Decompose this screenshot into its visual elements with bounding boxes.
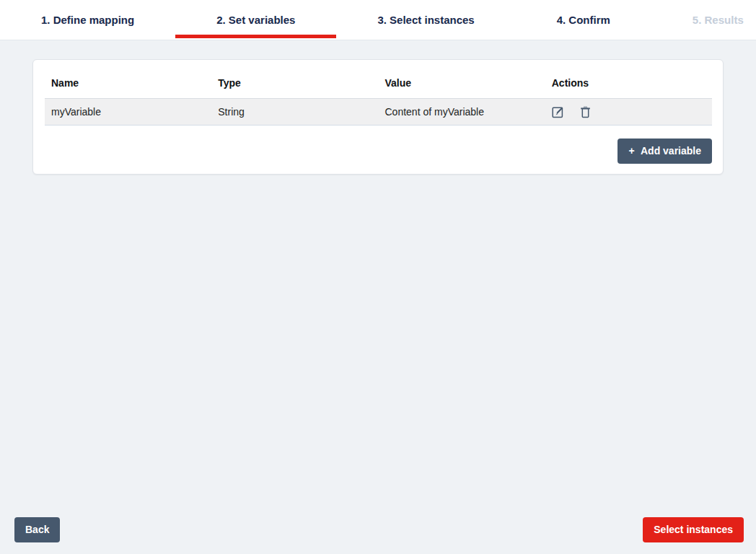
pencil-square-icon [552, 110, 564, 120]
plus-icon: + [628, 145, 634, 157]
tab-label: 2. Set variables [216, 14, 295, 26]
variables-card: Name Type Value Actions myVariable Strin… [32, 59, 724, 175]
variable-name-cell: myVariable [45, 99, 211, 126]
active-tab-underline [175, 35, 336, 38]
tab-select-instances[interactable]: 3. Select instances [336, 0, 515, 40]
variable-type-cell: String [211, 99, 378, 126]
main-content: Name Type Value Actions myVariable Strin… [0, 59, 756, 175]
tab-label: 4. Confirm [557, 14, 610, 26]
tab-label: 3. Select instances [377, 14, 474, 26]
column-header-type: Type [211, 71, 378, 99]
add-variable-label: Add variable [641, 145, 701, 157]
variable-value-cell: Content of myVariable [379, 99, 545, 126]
back-button[interactable]: Back [14, 517, 60, 542]
wizard-step-bar: 1. Define mapping 2. Set variables 3. Se… [0, 0, 756, 40]
variable-actions-cell [545, 99, 712, 126]
delete-variable-button[interactable] [580, 106, 591, 118]
table-header-row: Name Type Value Actions [45, 71, 712, 99]
trash-icon [580, 110, 591, 120]
card-actions-row: + Add variable [45, 138, 712, 164]
add-variable-button[interactable]: + Add variable [617, 138, 712, 164]
tab-set-variables[interactable]: 2. Set variables [175, 0, 336, 40]
tab-label: 5. Results [693, 14, 744, 26]
table-row: myVariable String Content of myVariable [45, 99, 712, 126]
edit-variable-button[interactable] [552, 106, 564, 118]
select-instances-button[interactable]: Select instances [643, 517, 744, 542]
column-header-actions: Actions [545, 71, 712, 99]
column-header-value: Value [379, 71, 545, 99]
tab-label: 1. Define mapping [41, 14, 134, 26]
tab-confirm[interactable]: 4. Confirm [516, 0, 651, 40]
variables-table: Name Type Value Actions myVariable Strin… [45, 71, 712, 126]
tab-define-mapping[interactable]: 1. Define mapping [0, 0, 175, 40]
tab-results: 5. Results [651, 0, 756, 40]
column-header-name: Name [45, 71, 211, 99]
